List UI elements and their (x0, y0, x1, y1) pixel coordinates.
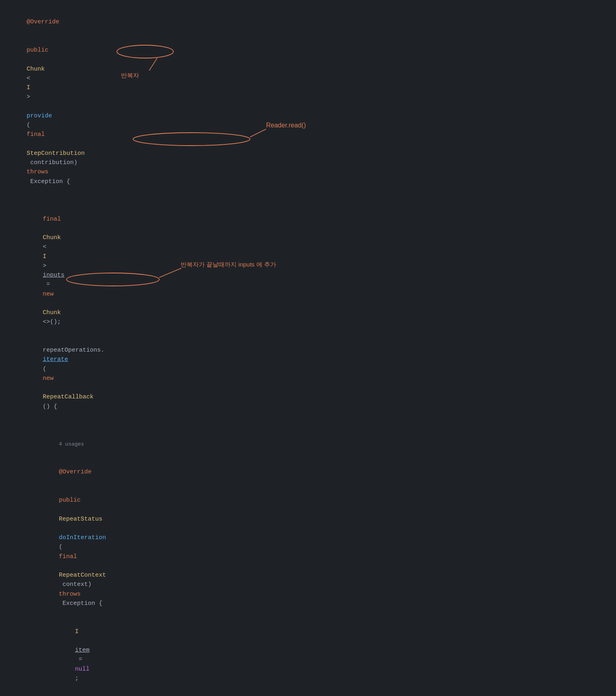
plain-space2 (27, 103, 30, 110)
sp6 (59, 563, 62, 569)
line-7: 4 usages (12, 430, 604, 458)
ang1: < (43, 244, 46, 250)
line-8: @Override (12, 458, 604, 486)
type-i: I (27, 84, 30, 91)
usages-text: 4 usages (59, 441, 84, 447)
semi1: ; (75, 675, 79, 682)
plain-angle-close: > (27, 94, 30, 100)
plain-angle: < (27, 75, 30, 82)
line-4: final Chunk < I > inputs = new Chunk <>(… (12, 205, 604, 336)
plain-contribution: contribution) (27, 159, 81, 166)
type-i3: I (75, 628, 79, 635)
eq2: = (75, 656, 86, 663)
line-9: public RepeatStatus doInIteration ( fina… (12, 486, 604, 618)
line-11: Timer . Sample sample = Timer . start ( … (12, 692, 604, 696)
var-repeatop: repeatOperations. (43, 347, 104, 354)
plain-space (27, 56, 30, 63)
paren2: ( (59, 544, 62, 550)
line-6 (12, 421, 604, 430)
type-repeatstatus1: RepeatStatus (59, 516, 102, 523)
kw-null1: null (75, 666, 89, 673)
paren-close1: () { (43, 403, 57, 410)
var-item1: item (75, 647, 89, 654)
ang2: > (43, 263, 50, 269)
sp1 (43, 225, 46, 232)
sp2 (43, 300, 46, 307)
line-2: public Chunk < I > provide ( final StepC… (12, 36, 604, 196)
type-chunk: Chunk (27, 66, 45, 73)
method-provide: provide (27, 113, 52, 119)
kw-new1: new (43, 291, 54, 298)
kw-throws: throws (27, 169, 48, 175)
paren-new: ( (43, 366, 46, 373)
line-3 (12, 196, 604, 205)
exception2: Exception { (59, 600, 102, 607)
plain-exception: Exception { (27, 178, 70, 185)
sp3 (43, 384, 46, 391)
kw-final2: final (43, 216, 61, 223)
eq1: = (43, 281, 54, 288)
type-i2: I (43, 253, 46, 260)
annotation-override2: @Override (59, 469, 92, 475)
type-chunk2: Chunk (43, 234, 61, 241)
kw-public: public (27, 47, 48, 54)
type-chunk3: Chunk (43, 309, 61, 316)
var-inputs: inputs (43, 272, 65, 279)
code-editor: @Override public Chunk < I > provide ( f… (12, 8, 604, 696)
plain-paren: ( (27, 122, 30, 129)
method-iterate: iterate (43, 356, 68, 363)
sp4 (59, 506, 62, 513)
method-doiniteration: doInIteration (59, 534, 106, 541)
kw-final1: final (27, 131, 45, 138)
ctx-var: context) (59, 581, 95, 588)
kw-final3: final (59, 553, 77, 560)
sp7 (75, 638, 79, 644)
kw-new2: new (43, 375, 54, 382)
line-10: I item = null ; (12, 617, 604, 692)
annotation-override: @Override (27, 19, 59, 25)
type-stepcontrib: StepContribution (27, 150, 85, 157)
line-5: repeatOperations. iterate ( new RepeatCa… (12, 336, 604, 421)
sp5 (59, 525, 62, 532)
kw-public2: public (59, 497, 81, 504)
line-1: @Override (12, 8, 604, 36)
ang3: <>(); (43, 319, 61, 325)
type-repeatctx: RepeatContext (59, 572, 106, 579)
type-repeatcb: RepeatCallback (43, 394, 94, 400)
kw-throws2: throws (59, 591, 81, 598)
plain-space3 (27, 141, 30, 148)
